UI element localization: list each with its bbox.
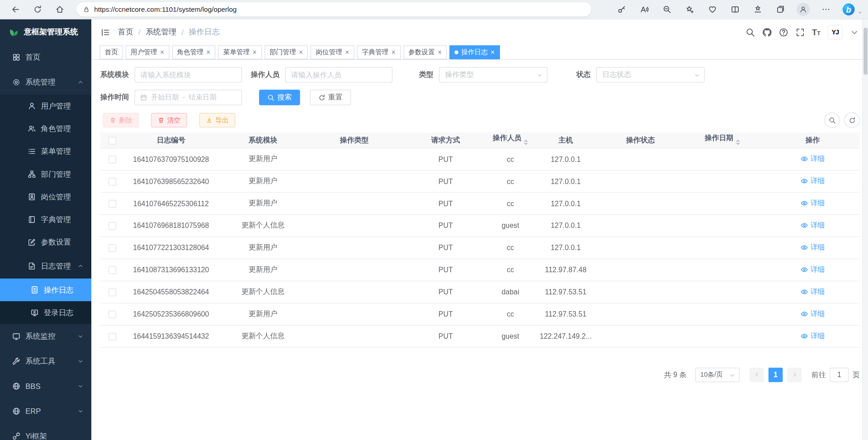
tab-role-mgmt[interactable]: 角色管理× xyxy=(172,45,215,59)
tab-menu-mgmt[interactable]: 菜单管理× xyxy=(218,45,262,59)
sort-icons[interactable] xyxy=(524,137,528,147)
row-checkbox[interactable] xyxy=(108,333,116,341)
row-checkbox[interactable] xyxy=(108,222,116,230)
sidebar-item-oper-log[interactable]: 操作日志 xyxy=(0,279,91,301)
fullscreen-button[interactable] xyxy=(795,28,805,37)
breadcrumb-system-mgmt[interactable]: 系统管理 xyxy=(146,27,177,37)
goto-page-input[interactable] xyxy=(830,367,849,382)
sidebar-item-bbs[interactable]: BBS xyxy=(0,374,91,399)
search-button[interactable]: 搜索 xyxy=(259,90,300,105)
sidebar-item-dict-mgmt[interactable]: 字典管理 xyxy=(0,208,91,231)
row-checkbox[interactable] xyxy=(108,289,116,296)
detail-link[interactable]: 详细 xyxy=(801,309,825,319)
sidebar-item-dept-mgmt[interactable]: 部门管理 xyxy=(0,163,91,185)
add-favorite-icon[interactable] xyxy=(682,2,698,17)
detail-link[interactable]: 详细 xyxy=(801,287,825,297)
sidebar-toggle[interactable] xyxy=(101,28,110,37)
tab-close-icon[interactable]: × xyxy=(491,48,495,56)
sidebar-item-role-mgmt[interactable]: 角色管理 xyxy=(0,118,91,140)
vertical-scrollbar[interactable] xyxy=(862,19,868,440)
tab-close-icon[interactable]: × xyxy=(392,48,396,56)
detail-link[interactable]: 详细 xyxy=(801,198,825,208)
type-select[interactable]: 操作类型 xyxy=(439,67,547,82)
help-button[interactable] xyxy=(779,28,788,37)
reset-button[interactable]: 重置 xyxy=(310,90,351,105)
address-bar[interactable]: https://ccnetcore.com:1101/system/log/op… xyxy=(76,2,591,17)
browser-essentials-icon[interactable] xyxy=(705,2,720,17)
sidebar-item-param-settings[interactable]: 参数设置 xyxy=(0,231,91,254)
browser-profile-avatar[interactable] xyxy=(796,2,811,17)
tab-dict-mgmt[interactable]: 字典管理× xyxy=(357,45,401,59)
copilot-bing-icon[interactable]: b xyxy=(841,2,856,17)
refresh-button[interactable] xyxy=(30,2,45,17)
favorites-icon[interactable] xyxy=(750,2,765,17)
select-all-checkbox[interactable] xyxy=(108,137,116,144)
sidebar-item-login-log[interactable]: 登录日志 xyxy=(0,301,91,324)
scrollbar-thumb[interactable] xyxy=(863,28,868,75)
status-select[interactable]: 日志状态 xyxy=(596,67,705,82)
table-search-toggle[interactable] xyxy=(824,113,840,128)
tab-home[interactable]: 首页 xyxy=(99,45,123,59)
row-checkbox[interactable] xyxy=(108,266,116,274)
module-input[interactable] xyxy=(135,67,242,82)
back-button[interactable] xyxy=(8,2,23,17)
sidebar-item-erp[interactable]: ERP xyxy=(0,399,91,424)
row-checkbox[interactable] xyxy=(108,200,116,208)
page-number-1[interactable]: 1 xyxy=(769,367,783,382)
user-avatar[interactable]: YJ xyxy=(828,24,843,39)
sidebar-item-menu-mgmt[interactable]: 菜单管理 xyxy=(0,140,91,163)
detail-link[interactable]: 详细 xyxy=(801,331,825,341)
sidebar-item-system-tools[interactable]: 系统工具 xyxy=(0,349,91,374)
password-key-icon[interactable] xyxy=(614,2,629,17)
sidebar-item-user-mgmt[interactable]: 用户管理 xyxy=(0,95,91,117)
browser-menu-icon[interactable] xyxy=(818,2,834,17)
header-search-button[interactable] xyxy=(745,28,755,37)
zoom-out-icon[interactable] xyxy=(659,2,675,17)
github-button[interactable] xyxy=(762,28,772,37)
tab-oper-log[interactable]: 操作日志× xyxy=(449,45,500,59)
sidebar-item-yi-framework[interactable]: Yi框架 xyxy=(0,424,91,440)
tab-dept-mgmt[interactable]: 部门管理× xyxy=(264,45,308,59)
detail-link[interactable]: 详细 xyxy=(801,242,825,252)
tab-close-icon[interactable]: × xyxy=(253,48,257,56)
sidebar-item-home[interactable]: 首页 xyxy=(0,45,91,70)
next-page-button[interactable] xyxy=(787,367,802,382)
page-size-select[interactable]: 10条/页 xyxy=(695,367,740,382)
tab-user-mgmt[interactable]: 用户管理× xyxy=(126,45,169,59)
delete-button[interactable]: 删除 xyxy=(103,113,139,128)
read-aloud-icon[interactable] xyxy=(637,2,652,17)
prev-page-button[interactable] xyxy=(750,367,764,382)
tab-close-icon[interactable]: × xyxy=(345,48,349,56)
tab-close-icon[interactable]: × xyxy=(160,48,164,56)
home-button[interactable] xyxy=(52,2,67,17)
col-operator-sortable[interactable]: 操作人员 xyxy=(491,132,530,148)
operator-input[interactable] xyxy=(285,67,393,82)
detail-link[interactable]: 详细 xyxy=(801,220,825,230)
row-checkbox[interactable] xyxy=(108,156,116,163)
collections-icon[interactable] xyxy=(773,2,788,17)
detail-link[interactable]: 详细 xyxy=(801,265,825,274)
export-button[interactable]: 导出 xyxy=(199,113,236,128)
sidebar-item-post-mgmt[interactable]: 岗位管理 xyxy=(0,185,91,208)
clear-button[interactable]: 清空 xyxy=(151,113,187,128)
sidebar-item-log-mgmt[interactable]: 日志管理 xyxy=(0,254,91,279)
sort-icons[interactable] xyxy=(736,137,740,147)
tab-close-icon[interactable]: × xyxy=(299,48,303,56)
sidebar-item-system-monitor[interactable]: 系统监控 xyxy=(0,324,91,349)
detail-link[interactable]: 详细 xyxy=(801,176,825,186)
row-checkbox[interactable] xyxy=(108,178,116,185)
date-range-picker[interactable]: 开始日期 - 结束日期 xyxy=(135,90,242,105)
tab-close-icon[interactable]: × xyxy=(206,48,210,56)
row-checkbox[interactable] xyxy=(108,244,116,252)
sidebar-item-system-mgmt[interactable]: 系统管理 xyxy=(0,70,91,95)
tab-param-settings[interactable]: 参数设置× xyxy=(403,45,447,59)
breadcrumb-home[interactable]: 首页 xyxy=(118,27,133,37)
row-checkbox[interactable] xyxy=(108,311,116,318)
detail-link[interactable]: 详细 xyxy=(801,154,825,164)
col-date-sortable[interactable]: 操作日期 xyxy=(679,132,765,148)
split-screen-icon[interactable] xyxy=(727,2,743,17)
tab-close-icon[interactable]: × xyxy=(438,48,442,56)
table-refresh-button[interactable] xyxy=(844,113,859,128)
font-size-button[interactable]: TT xyxy=(812,28,821,36)
tab-post-mgmt[interactable]: 岗位管理× xyxy=(311,45,354,59)
